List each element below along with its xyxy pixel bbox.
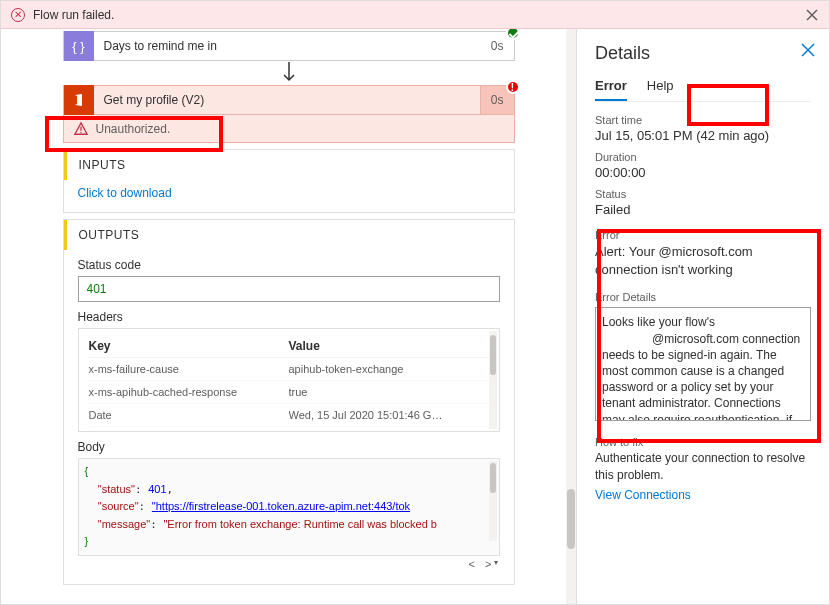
- error-label: Error: [595, 229, 811, 241]
- tab-help[interactable]: Help: [647, 78, 674, 101]
- tab-error[interactable]: Error: [595, 78, 627, 101]
- error-alert-text: Alert: Your @microsoft.com connection is…: [595, 243, 811, 279]
- table-row: x-ms-apihub-cached-responsetrue: [89, 381, 489, 404]
- step-days-to-remind[interactable]: { } Days to remind me in 0s: [63, 31, 515, 61]
- unauthorized-text: Unauthorized.: [96, 122, 171, 136]
- svg-point-6: [80, 131, 81, 132]
- table-row: x-ms-failure-causeapihub-token-exchange: [89, 358, 489, 381]
- variable-icon: { }: [64, 31, 94, 61]
- details-close-button[interactable]: [801, 43, 815, 60]
- table-row: DateWed, 15 Jul 2020 15:01:46 G…: [89, 404, 489, 427]
- status-code-label: Status code: [78, 258, 500, 272]
- view-connections-link[interactable]: View Connections: [595, 488, 811, 502]
- start-time-value: Jul 15, 05:01 PM (42 min ago): [595, 128, 811, 143]
- flow-canvas: { } Days to remind me in 0s Get my profi…: [1, 29, 576, 604]
- step-get-my-profile[interactable]: Get my profile (V2) 0s !: [63, 85, 515, 115]
- body-json[interactable]: { "status": 401, "source": "https://firs…: [78, 458, 500, 556]
- banner-close-button[interactable]: [805, 8, 819, 22]
- office-icon: [64, 85, 94, 115]
- details-tabs: Error Help: [595, 78, 811, 102]
- duration-label: Duration: [595, 151, 811, 163]
- start-time-label: Start time: [595, 114, 811, 126]
- status-label: Status: [595, 188, 811, 200]
- scrollbar[interactable]: [489, 461, 497, 541]
- status-code-value[interactable]: [78, 276, 500, 302]
- col-key: Key: [89, 339, 289, 353]
- details-panel: Details Error Help Start time Jul 15, 05…: [576, 29, 829, 604]
- outputs-heading: OUTPUTS: [64, 220, 514, 250]
- banner-message: Flow run failed.: [33, 8, 114, 22]
- error-details-label: Error Details: [595, 291, 811, 303]
- error-icon: ✕: [11, 8, 25, 22]
- duration-value: 00:00:00: [595, 165, 811, 180]
- headers-table-head: Key Value: [89, 333, 489, 358]
- details-title: Details: [595, 43, 811, 64]
- error-banner: ✕ Flow run failed.: [1, 1, 829, 29]
- unauthorized-bar: Unauthorized.: [63, 115, 515, 143]
- inputs-card: INPUTS Click to download: [63, 149, 515, 213]
- connector-arrow: [63, 61, 515, 85]
- canvas-scrollbar[interactable]: [566, 29, 576, 604]
- col-value: Value: [289, 339, 489, 353]
- step-title: Days to remind me in: [94, 39, 481, 53]
- error-details-textarea[interactable]: [595, 307, 811, 421]
- download-inputs-link[interactable]: Click to download: [78, 186, 172, 200]
- how-to-fix-label: How to fix: [595, 436, 811, 448]
- body-label: Body: [78, 440, 500, 454]
- error-badge-icon: !: [506, 80, 520, 94]
- body-h-scroll[interactable]: < >▾: [78, 556, 500, 572]
- warning-icon: [74, 122, 88, 136]
- how-to-fix-text: Authenticate your connection to resolve …: [595, 450, 811, 484]
- outputs-card: OUTPUTS Status code Headers Key Value x-…: [63, 219, 515, 585]
- inputs-heading: INPUTS: [64, 150, 514, 180]
- scrollbar[interactable]: [489, 331, 497, 429]
- step-title: Get my profile (V2): [94, 93, 480, 107]
- success-check-icon: [506, 29, 520, 40]
- status-value: Failed: [595, 202, 811, 217]
- headers-label: Headers: [78, 310, 500, 324]
